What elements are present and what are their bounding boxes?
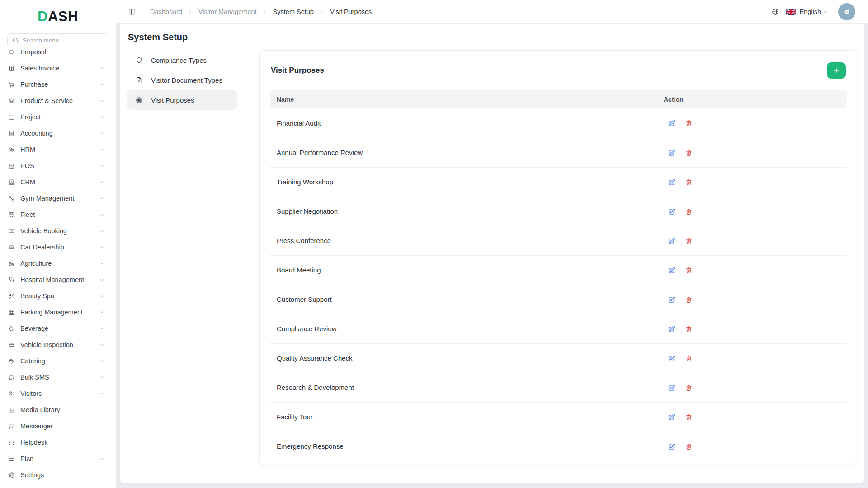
delete-button[interactable]	[685, 325, 693, 333]
edit-button[interactable]	[668, 384, 675, 392]
edit-button[interactable]	[668, 267, 675, 274]
sidebar-item-messenger[interactable]: Messenger	[5, 418, 105, 434]
delete-button[interactable]	[685, 178, 693, 186]
sidebar-item-label: Hospital Management	[20, 276, 84, 283]
delete-button[interactable]	[685, 384, 693, 392]
sidebar-item-label: Vehicle Booking	[20, 227, 67, 235]
add-button[interactable]	[827, 62, 846, 79]
delete-button[interactable]	[685, 119, 693, 127]
sidebar-item-gym-management[interactable]: Gym Management	[5, 190, 105, 206]
chevron-right-icon	[188, 9, 193, 14]
sidebar-item-beauty-spa[interactable]: Beauty Spa	[5, 288, 105, 304]
trash-icon	[685, 119, 693, 127]
sidebar-item-pos[interactable]: POS	[5, 158, 105, 174]
chevron-down-icon	[99, 375, 105, 380]
sidebar-item-product-service[interactable]: Product & Service	[5, 93, 105, 109]
tab-visitor-document-types[interactable]: Visitor Document Types	[127, 70, 237, 90]
edit-button[interactable]	[668, 443, 675, 450]
edit-button[interactable]	[668, 413, 675, 421]
sidebar-item-settings[interactable]: Settings	[5, 467, 105, 483]
breadcrumb-item-visit-purposes: Visit Purposes	[330, 8, 372, 15]
row-actions	[657, 226, 847, 255]
cup-icon	[8, 325, 15, 332]
breadcrumb-item-visitor-management[interactable]: Visitor Management	[198, 8, 257, 15]
delete-button[interactable]	[685, 296, 693, 304]
breadcrumb-item-dashboard[interactable]: Dashboard	[150, 8, 182, 15]
delete-button[interactable]	[685, 413, 693, 421]
chevron-down-icon	[99, 310, 105, 315]
table-row: Supplier Negotiation	[270, 197, 847, 226]
table-header-row: Name Action	[270, 90, 847, 108]
sidebar-menu: ProposalSales InvoicePurchaseProduct & S…	[0, 49, 116, 488]
trash-icon	[685, 208, 693, 216]
sidebar-item-vehicle-booking[interactable]: Vehicle Booking	[5, 223, 105, 239]
sidebar-item-purchase[interactable]: Purchase	[5, 76, 105, 93]
edit-button[interactable]	[668, 119, 675, 127]
table-row: Research & Development	[270, 373, 847, 402]
row-name: Research & Development	[270, 373, 657, 402]
table-row: Facility Tour	[270, 402, 847, 432]
shield-icon	[135, 56, 143, 64]
sidebar-search	[7, 33, 108, 47]
search-input[interactable]	[7, 33, 108, 47]
delete-button[interactable]	[685, 443, 693, 450]
delete-button[interactable]	[685, 149, 693, 157]
sidebar-item-hospital-management[interactable]: Hospital Management	[5, 272, 105, 288]
delete-button[interactable]	[685, 267, 693, 274]
sidebar-item-label: Sales Invoice	[20, 65, 59, 72]
table-row: Compliance Review	[270, 314, 847, 343]
edit-button[interactable]	[668, 237, 675, 245]
sidebar-item-helpdesk[interactable]: Helpdesk	[5, 434, 105, 450]
sidebar-item-parking-management[interactable]: Parking Management	[5, 304, 105, 320]
edit-button[interactable]	[668, 296, 675, 304]
delete-button[interactable]	[685, 208, 693, 216]
users-icon	[8, 146, 15, 153]
sidebar-item-media-library[interactable]: Media Library	[5, 402, 105, 418]
sidebar-item-vehicle-inspection[interactable]: Vehicle Inspection	[5, 337, 105, 353]
topbar-divider	[143, 7, 143, 16]
edit-button[interactable]	[668, 355, 675, 362]
sidebar-item-label: Parking Management	[20, 309, 83, 316]
sidebar-item-beverage[interactable]: Beverage	[5, 320, 105, 337]
sidebar-item-visitors[interactable]: Visitors	[5, 385, 105, 402]
tab-visit-purposes[interactable]: Visit Purposes	[127, 90, 237, 110]
search-icon	[12, 37, 19, 44]
building-logo-icon	[842, 7, 852, 17]
edit-button[interactable]	[668, 149, 675, 157]
sidebar-item-label: Proposal	[20, 49, 46, 56]
edit-button[interactable]	[668, 178, 675, 186]
chevron-down-icon	[99, 244, 105, 250]
sidebar-item-fleet[interactable]: Fleet	[5, 206, 105, 223]
sidebar-item-proposal[interactable]: Proposal	[5, 49, 105, 60]
sidebar-toggle-icon[interactable]	[128, 8, 136, 16]
sidebar-item-hrm[interactable]: HRM	[5, 141, 105, 158]
sidebar-item-project[interactable]: Project	[5, 109, 105, 125]
chevron-down-icon	[99, 261, 105, 267]
chevron-down-icon	[99, 114, 105, 120]
tab-compliance-types[interactable]: Compliance Types	[127, 50, 237, 70]
delete-button[interactable]	[685, 355, 693, 362]
chevron-down-icon	[99, 66, 105, 71]
sidebar-item-bulk-sms[interactable]: Bulk SMS	[5, 369, 105, 385]
edit-button[interactable]	[668, 208, 675, 216]
sidebar-item-car-dealership[interactable]: Car Dealership	[5, 239, 105, 255]
breadcrumb-item-system-setup[interactable]: System Setup	[273, 8, 314, 15]
sidebar-item-label: Beauty Spa	[20, 292, 54, 300]
chevron-down-icon	[99, 179, 105, 185]
sidebar-item-accounting[interactable]: Accounting	[5, 125, 105, 141]
chevron-down-icon	[99, 131, 105, 136]
trash-icon	[685, 443, 693, 450]
sidebar-item-catering[interactable]: Catering	[5, 353, 105, 369]
row-actions	[657, 285, 847, 314]
user-avatar[interactable]	[838, 3, 855, 20]
sidebar-item-agriculture[interactable]: Agriculture	[5, 255, 105, 272]
sidebar-item-crm[interactable]: CRM	[5, 174, 105, 190]
language-selector[interactable]: English	[786, 8, 828, 15]
edit-button[interactable]	[668, 325, 675, 333]
column-header-action: Action	[657, 90, 847, 108]
delete-button[interactable]	[685, 237, 693, 245]
sidebar-item-sales-invoice[interactable]: Sales Invoice	[5, 60, 105, 76]
user-check-icon	[8, 390, 15, 397]
sidebar-item-plan[interactable]: Plan	[5, 450, 105, 467]
globe-icon[interactable]	[771, 8, 779, 16]
